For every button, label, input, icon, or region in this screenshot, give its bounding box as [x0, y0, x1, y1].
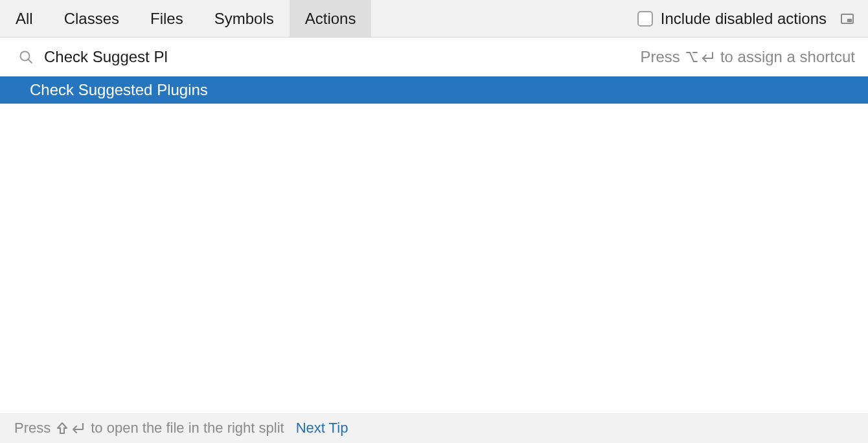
option-enter-icon — [685, 50, 715, 64]
result-item[interactable]: Check Suggested Plugins — [0, 76, 868, 104]
tab-classes[interactable]: Classes — [49, 0, 135, 37]
results-list: Check Suggested Plugins — [0, 76, 868, 413]
search-icon — [18, 49, 34, 65]
tab-files[interactable]: Files — [135, 0, 199, 37]
tabs: All Classes Files Symbols Actions — [0, 0, 371, 37]
next-tip-link[interactable]: Next Tip — [296, 420, 348, 437]
tab-label: All — [16, 10, 33, 28]
tab-label: Actions — [305, 10, 356, 28]
footer-bar: Press to open the file in the right spli… — [0, 413, 868, 443]
svg-rect-1 — [847, 19, 852, 22]
hint-text: Press — [641, 48, 680, 66]
tab-all[interactable]: All — [0, 0, 49, 37]
tab-actions[interactable]: Actions — [290, 0, 372, 37]
hint-text: to assign a shortcut — [720, 48, 855, 66]
checkbox-box-icon — [637, 11, 653, 27]
search-input[interactable] — [44, 48, 200, 66]
tab-bar: All Classes Files Symbols Actions Includ… — [0, 0, 868, 38]
footer-hint-suffix: to open the file in the right split — [91, 420, 284, 437]
tab-label: Files — [150, 10, 183, 28]
tab-label: Classes — [64, 10, 119, 28]
include-disabled-label: Include disabled actions — [661, 10, 827, 28]
tab-label: Symbols — [214, 10, 274, 28]
tab-symbols[interactable]: Symbols — [199, 0, 290, 37]
svg-line-3 — [29, 60, 32, 63]
shift-enter-icon — [56, 421, 86, 435]
assign-shortcut-hint: Press to assign a shortcut — [641, 48, 855, 66]
include-disabled-checkbox[interactable]: Include disabled actions — [637, 10, 827, 28]
pin-icon[interactable] — [839, 11, 855, 27]
footer-hint-prefix: Press — [14, 420, 51, 437]
search-row: Press to assign a shortcut — [0, 38, 868, 76]
result-label: Check Suggested Plugins — [30, 81, 208, 99]
